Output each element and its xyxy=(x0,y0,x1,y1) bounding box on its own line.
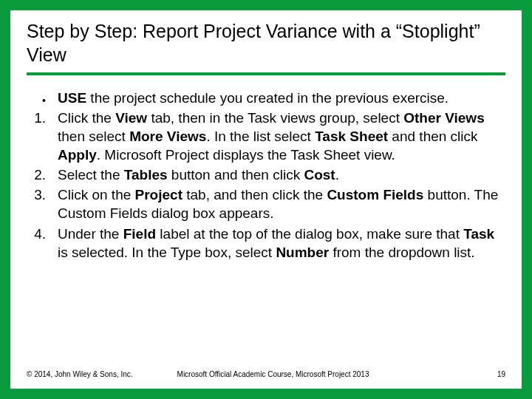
footer-course: Microsoft Official Academic Course, Micr… xyxy=(177,370,497,378)
list-item-text: Under the Field label at the top of the … xyxy=(46,225,505,262)
slide-body: • USE the project schedule you created i… xyxy=(27,75,505,364)
number-marker: 3. xyxy=(27,185,46,222)
list-item: • USE the project schedule you created i… xyxy=(27,89,505,107)
list-item-text: Click the View tab, then in the Task vie… xyxy=(46,109,505,164)
footer-copyright: © 2014, John Wiley & Sons, Inc. xyxy=(27,370,177,378)
number-marker: 1. xyxy=(27,109,46,164)
list-item: 2. Select the Tables button and then cli… xyxy=(27,166,505,184)
footer-page-number: 19 xyxy=(497,370,505,378)
slide-title: Step by Step: Report Project Variance wi… xyxy=(27,19,505,75)
list-item: 1. Click the View tab, then in the Task … xyxy=(27,109,505,164)
list-item: 3. Click on the Project tab, and then cl… xyxy=(27,185,505,222)
list-item-text: USE the project schedule you created in … xyxy=(46,89,505,107)
list-item-text: Click on the Project tab, and then click… xyxy=(46,185,505,222)
list-item-text: Select the Tables button and then click … xyxy=(46,166,505,184)
slide-container: Step by Step: Report Project Variance wi… xyxy=(10,10,522,389)
list-item: 4. Under the Field label at the top of t… xyxy=(27,225,505,262)
bullet-marker: • xyxy=(27,89,46,107)
slide-footer: © 2014, John Wiley & Sons, Inc. Microsof… xyxy=(27,364,505,381)
number-marker: 4. xyxy=(27,225,46,262)
number-marker: 2. xyxy=(27,166,46,184)
